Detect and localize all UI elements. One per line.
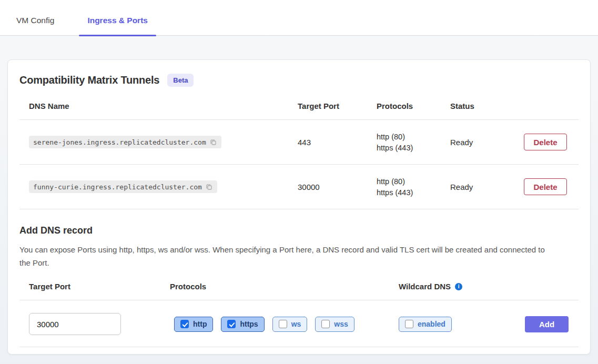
wildcard-dns-text: Wildcard DNS (399, 282, 451, 291)
protocol-checkbox-ws[interactable]: ws (272, 317, 308, 332)
page-content: Compatibility Matrix Tunnels Beta DNS Na… (0, 36, 598, 355)
col-header-protocols: Protocols (377, 102, 450, 110)
protocols-cell: http (80) https (443) (377, 177, 450, 197)
enabled-checkbox[interactable] (405, 320, 413, 328)
beta-badge: Beta (167, 74, 194, 87)
tab-vm-config[interactable]: VM Config (16, 16, 55, 35)
col-header-dns-name: DNS Name (19, 102, 298, 110)
add-button[interactable]: Add (525, 316, 569, 332)
http-checkbox[interactable] (180, 320, 189, 328)
tunnel-row: funny-curie.ingress.replicatedcluster.co… (19, 165, 579, 209)
protocol-label: wss (334, 320, 348, 328)
protocol-label: https (240, 320, 258, 328)
protocol-options: http https ws wss (170, 317, 399, 332)
card-title: Compatibility Matrix Tunnels (19, 74, 159, 86)
wildcard-enabled-checkbox[interactable]: enabled (399, 317, 452, 332)
dns-name-text: serene-jones.ingress.replicatedcluster.c… (33, 138, 206, 146)
tunnels-table: DNS Name Target Port Protocols Status se… (19, 98, 579, 209)
target-port-value: 443 (298, 138, 377, 147)
protocol-checkbox-wss[interactable]: wss (315, 317, 354, 332)
wildcard-label: enabled (418, 320, 445, 328)
label-wildcard-dns: Wildcard DNS i (399, 282, 525, 291)
add-dns-form: Target Port Protocols Wildcard DNS i (19, 282, 579, 347)
dns-name-pill: serene-jones.ingress.replicatedcluster.c… (29, 136, 221, 148)
ws-checkbox[interactable] (279, 320, 287, 328)
col-header-target-port: Target Port (298, 102, 377, 110)
tunnels-card: Compatibility Matrix Tunnels Beta DNS Na… (7, 59, 591, 355)
dns-name-pill: funny-curie.ingress.replicatedcluster.co… (29, 180, 217, 193)
col-header-status: Status (450, 102, 524, 110)
protocol-line: http (80) (377, 177, 450, 186)
card-header: Compatibility Matrix Tunnels Beta (19, 74, 579, 87)
protocol-line: https (443) (377, 144, 450, 152)
table-header-row: DNS Name Target Port Protocols Status (19, 98, 579, 120)
target-port-value: 30000 (298, 183, 377, 191)
dns-name-text: funny-curie.ingress.replicatedcluster.co… (33, 183, 202, 191)
status-value: Ready (450, 183, 524, 191)
delete-button[interactable]: Delete (524, 178, 567, 195)
form-controls-row: http https ws wss (19, 300, 579, 347)
form-labels-row: Target Port Protocols Wildcard DNS i (19, 282, 579, 300)
label-protocols: Protocols (170, 282, 399, 291)
page: VM Config Ingress & Ports Compatibility … (0, 0, 598, 355)
add-dns-description: You can expose Ports using http, https, … (19, 243, 551, 269)
wss-checkbox[interactable] (321, 320, 330, 328)
protocol-label: http (193, 320, 207, 328)
tab-bar: VM Config Ingress & Ports (0, 0, 598, 36)
https-checkbox[interactable] (227, 320, 236, 328)
copy-icon[interactable] (205, 183, 213, 191)
add-dns-title: Add DNS record (19, 225, 579, 236)
protocol-label: ws (291, 320, 301, 328)
protocol-line: http (80) (377, 133, 450, 141)
delete-button[interactable]: Delete (524, 134, 567, 150)
copy-icon[interactable] (209, 138, 217, 146)
info-icon[interactable]: i (455, 283, 462, 290)
label-target-port: Target Port (19, 282, 170, 291)
protocols-cell: http (80) https (443) (377, 133, 450, 152)
protocol-line: https (443) (377, 188, 450, 197)
protocol-checkbox-http[interactable]: http (174, 317, 213, 332)
tunnel-row: serene-jones.ingress.replicatedcluster.c… (19, 120, 579, 165)
tab-ingress-ports[interactable]: Ingress & Ports (79, 16, 156, 35)
status-value: Ready (450, 138, 524, 147)
protocol-checkbox-https[interactable]: https (221, 317, 264, 332)
target-port-input[interactable] (29, 313, 121, 335)
